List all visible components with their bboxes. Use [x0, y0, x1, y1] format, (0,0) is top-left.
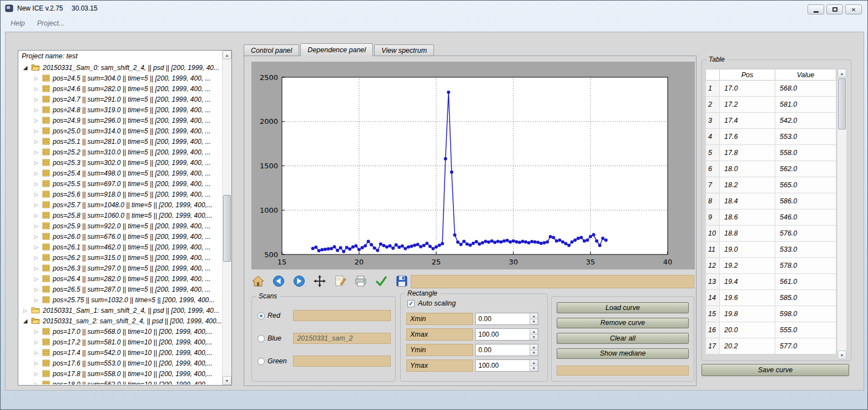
pos-cell[interactable]: 17.0: [720, 81, 775, 97]
value-cell[interactable]: 578.0: [775, 258, 836, 274]
value-cell[interactable]: 598.0: [775, 306, 836, 322]
collapse-arrow-icon[interactable]: ◢: [22, 64, 28, 71]
pan-button[interactable]: [313, 274, 326, 288]
pos-cell[interactable]: 17.8: [720, 145, 775, 161]
tree-leaf-row[interactable]: ▷pos=25.1 || sum=281.0 || time=5 || [200…: [19, 136, 221, 147]
expand-arrow-icon[interactable]: ▷: [33, 97, 39, 102]
pos-cell[interactable]: 20.2: [720, 338, 775, 354]
pos-cell[interactable]: 19.4: [720, 274, 775, 290]
pos-cell[interactable]: 20.0: [720, 322, 775, 338]
table-row[interactable]: 618.0562.0: [705, 161, 836, 177]
tree-leaf-row[interactable]: ▷pos=25.0 || sum=314.0 || time=5 || [200…: [19, 126, 221, 136]
table-row[interactable]: 417.6553.0: [705, 129, 836, 145]
remove-curve-button[interactable]: Remove curve: [557, 318, 689, 329]
expand-arrow-icon[interactable]: ▷: [33, 181, 39, 187]
pos-cell[interactable]: 18.2: [720, 177, 775, 193]
dependence-plot-svg[interactable]: 1520253035405001000150020002500: [251, 62, 695, 269]
spin-up-icon[interactable]: ▲: [530, 344, 538, 351]
value-cell[interactable]: 565.0: [775, 177, 836, 193]
save-figure-button[interactable]: [395, 274, 408, 288]
expand-arrow-icon[interactable]: ▷: [33, 382, 39, 385]
value-cell[interactable]: 553.0: [775, 129, 836, 145]
expand-arrow-icon[interactable]: ▷: [33, 329, 39, 334]
value-cell[interactable]: 577.0: [775, 338, 836, 354]
tree-leaf-row[interactable]: ▷pos=17.8 || sum=558.0 || time=10 || [20…: [19, 368, 221, 379]
forward-button[interactable]: [292, 274, 306, 288]
expand-arrow-icon[interactable]: ▷: [33, 234, 39, 239]
dependence-chart[interactable]: 1520253035405001000150020002500: [251, 62, 695, 269]
clear-all-button[interactable]: Clear all: [557, 333, 689, 344]
menu-help[interactable]: Help: [6, 18, 29, 29]
expand-arrow-icon[interactable]: ▷: [33, 276, 39, 282]
table-row[interactable]: 818.4586.0: [705, 193, 836, 209]
tree-leaf-row[interactable]: ▷pos=25.75 || sum=1032.0 || time=5 || [2…: [19, 294, 221, 305]
tree-leaf-row[interactable]: ▷pos=17.0 || sum=568.0 || time=10 || [20…: [19, 326, 221, 337]
tree-leaf-row[interactable]: ▷pos=24.5 || sum=304.0 || time=5 || [200…: [19, 73, 221, 83]
tree-leaf-row[interactable]: ▷pos=25.3 || sum=302.0 || time=5 || [200…: [19, 157, 221, 168]
tree-leaf-row[interactable]: ▷pos=26.0 || sum=676.0 || time=5 || [200…: [19, 231, 221, 242]
pos-cell[interactable]: 17.2: [720, 97, 775, 113]
table-row[interactable]: 1319.4561.0: [705, 274, 836, 290]
scroll-up-icon[interactable]: ▲: [223, 51, 231, 59]
pos-cell[interactable]: 19.8: [720, 306, 775, 322]
pos-cell[interactable]: 18.6: [720, 209, 775, 226]
xmax-input[interactable]: 100.00 ▲▼: [475, 328, 538, 341]
scrollbar-thumb[interactable]: [838, 78, 846, 129]
scroll-down-icon[interactable]: ▼: [223, 376, 231, 385]
pos-cell[interactable]: 18.4: [720, 193, 775, 209]
value-cell[interactable]: 558.0: [775, 145, 836, 161]
tree-scrollbar[interactable]: ▲ ▼: [222, 51, 231, 385]
close-button[interactable]: ✕: [845, 4, 862, 14]
expand-arrow-icon[interactable]: ▷: [33, 139, 39, 144]
tree-leaf-row[interactable]: ▷pos=18.0 || sum=562.0 || time=10 || [20…: [19, 379, 221, 384]
tree-group-row[interactable]: ◢20150331_sam_2: sam_shift_2_4, || psd |…: [19, 316, 221, 326]
tree-leaf-row[interactable]: ▷pos=25.8 || sum=1060.0 || time=5 || [20…: [19, 210, 221, 221]
menu-project[interactable]: Project...: [33, 18, 69, 29]
expand-arrow-icon[interactable]: ▷: [33, 202, 39, 208]
spin-up-icon[interactable]: ▲: [530, 329, 538, 335]
red-scan-field[interactable]: [293, 310, 391, 321]
expand-arrow-icon[interactable]: ▷: [33, 149, 39, 155]
pos-cell[interactable]: 17.6: [720, 129, 775, 145]
table-row[interactable]: 517.8558.0: [705, 145, 836, 161]
show-mediane-button[interactable]: Show mediane: [557, 348, 689, 359]
expand-arrow-icon[interactable]: ▷: [33, 118, 39, 123]
tree-leaf-row[interactable]: ▷pos=24.8 || sum=319.0 || time=5 || [200…: [19, 104, 221, 115]
blue-radio[interactable]: [258, 335, 265, 342]
tree-leaf-row[interactable]: ▷pos=25.4 || sum=498.0 || time=5 || [200…: [19, 168, 221, 178]
table-row[interactable]: 117.0568.0: [705, 81, 836, 97]
edit-button[interactable]: [334, 274, 347, 288]
expand-arrow-icon[interactable]: ▷: [33, 371, 39, 377]
value-cell[interactable]: 555.0: [775, 322, 836, 338]
value-cell[interactable]: 561.0: [775, 274, 836, 290]
scroll-down-icon[interactable]: ▼: [837, 351, 846, 359]
green-radio[interactable]: [258, 358, 265, 365]
minimize-button[interactable]: [808, 4, 824, 14]
green-scan-field[interactable]: [293, 356, 391, 367]
tab-view-spectrum[interactable]: View spectrum: [374, 44, 434, 56]
tree-leaf-row[interactable]: ▷pos=25.5 || sum=697.0 || time=5 || [200…: [19, 178, 221, 189]
red-radio[interactable]: [258, 312, 265, 319]
value-cell[interactable]: 586.0: [775, 193, 836, 209]
collapse-arrow-icon[interactable]: ◢: [22, 318, 28, 324]
expand-arrow-icon[interactable]: ▷: [33, 213, 39, 218]
maximize-button[interactable]: [826, 4, 843, 14]
tree-leaf-row[interactable]: ▷pos=24.9 || sum=296.0 || time=5 || [200…: [19, 115, 221, 126]
tree-leaf-row[interactable]: ▷pos=24.6 || sum=282.0 || time=5 || [200…: [19, 83, 221, 94]
titlebar[interactable]: New ICE v.2.75 30.03.15 ✕: [1, 1, 867, 16]
tree-leaf-row[interactable]: ▷pos=17.2 || sum=581.0 || time=10 || [20…: [19, 337, 221, 347]
ymax-spinner[interactable]: ▲▼: [529, 360, 538, 371]
load-curve-button[interactable]: Load curve: [557, 302, 689, 313]
xmax-spinner[interactable]: ▲▼: [529, 329, 538, 340]
spin-down-icon[interactable]: ▼: [530, 366, 538, 372]
table-row[interactable]: 317.4542.0: [705, 113, 836, 129]
tree-leaf-row[interactable]: ▷pos=26.3 || sum=297.0 || time=5 || [200…: [19, 263, 221, 273]
value-cell[interactable]: 568.0: [775, 81, 836, 97]
tree-leaf-row[interactable]: ▷pos=17.6 || sum=553.0 || time=10 || [20…: [19, 358, 221, 368]
table-scrollbar[interactable]: ▲ ▼: [837, 69, 846, 359]
expand-arrow-icon[interactable]: ▷: [33, 350, 39, 356]
table-row[interactable]: 1219.2578.0: [705, 258, 836, 274]
tree-leaf-row[interactable]: ▷pos=26.5 || sum=287.0 || time=5 || [200…: [19, 284, 221, 294]
spin-down-icon[interactable]: ▼: [530, 319, 538, 325]
tree-leaf-row[interactable]: ▷pos=25.7 || sum=1048.0 || time=5 || [20…: [19, 199, 221, 210]
